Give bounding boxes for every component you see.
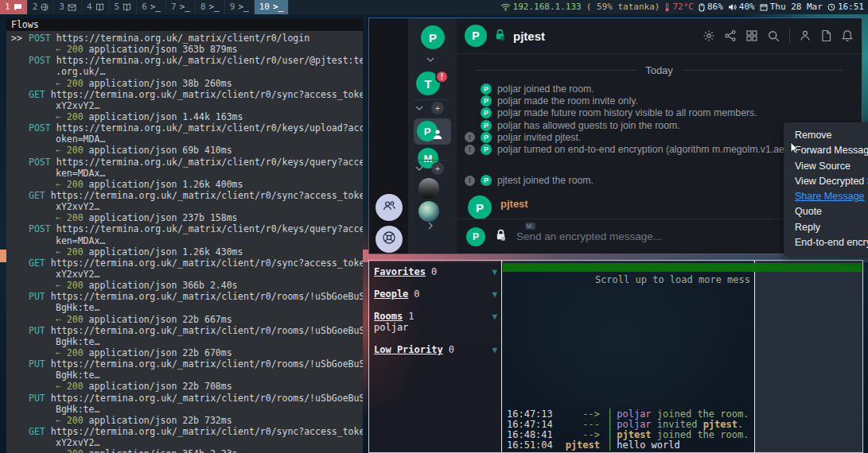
- room-section-header[interactable]: Rooms1▼: [374, 312, 497, 322]
- flow-url-continued: oken=MDA…: [6, 134, 363, 145]
- chat-log: 16:47:13-->│poljar joined the room.16:47…: [503, 409, 753, 451]
- workspace-button-8[interactable]: 8>_: [196, 0, 225, 14]
- chevron-down-icon[interactable]: [426, 56, 435, 63]
- section-collapse-icon[interactable]: ▼: [492, 312, 497, 322]
- flow-row[interactable]: GET https://termina.org.uk/_matrix/clien…: [6, 190, 363, 201]
- room-avatar-globe-image[interactable]: [418, 201, 439, 222]
- files-icon[interactable]: [820, 29, 832, 42]
- timeline-event[interactable]: Ppoljar made future room history visible…: [457, 107, 862, 119]
- flow-row[interactable]: GET https://termina.org.uk/_matrix/clien…: [6, 89, 363, 100]
- status-text: ( 59% tatanka): [586, 0, 660, 14]
- workspace-button-1[interactable]: 1: [0, 0, 28, 14]
- menu-item-quote[interactable]: Quote: [784, 204, 868, 219]
- settings-gear-icon[interactable]: [703, 29, 715, 42]
- response-detail: application/json 237b 158ms: [84, 212, 238, 223]
- flow-method: POST: [29, 55, 51, 66]
- chevron-down-icon[interactable]: [415, 165, 424, 172]
- explore-button[interactable]: [376, 226, 403, 253]
- timeline-event[interactable]: Ppoljar joined the room.: [457, 83, 862, 95]
- flow-row[interactable]: GET https://termina.org.uk/_matrix/clien…: [6, 257, 363, 269]
- section-collapse-icon[interactable]: ▼: [492, 267, 497, 277]
- flow-url: https://termina.org.uk/_matrix/client/r0…: [51, 55, 363, 66]
- book-icon: [123, 3, 131, 11]
- response-status: 200: [67, 179, 84, 190]
- event-avatar: P: [481, 83, 492, 95]
- search-icon[interactable]: [767, 29, 780, 43]
- room-list-item[interactable]: poljar: [374, 323, 497, 333]
- workspace-button-3[interactable]: 3: [54, 0, 82, 14]
- menu-item-view-decrypted-s[interactable]: View Decrypted S: [784, 174, 868, 189]
- section-collapse-icon[interactable]: ▼: [492, 289, 497, 300]
- flow-row[interactable]: >>POST https://termina.org.uk/_matrix/cl…: [6, 33, 363, 44]
- event-avatar: P: [481, 144, 492, 155]
- event-text: poljar invited pjtest.: [497, 132, 581, 143]
- sender-avatar[interactable]: P: [468, 196, 492, 219]
- menu-item-reply[interactable]: Reply: [784, 220, 868, 235]
- flow-row[interactable]: GET https://termina.org.uk/_matrix/clien…: [6, 426, 363, 437]
- response-detail: application/json 363b 879ms: [84, 44, 238, 55]
- workspace-button-5[interactable]: 5: [110, 0, 138, 14]
- workspace-number: 3: [59, 0, 64, 14]
- room-section: People0▼: [374, 289, 497, 300]
- workspace-button-7[interactable]: 7>_: [166, 0, 196, 14]
- notifications-bell-icon[interactable]: [841, 29, 854, 42]
- member-list-icon[interactable]: [799, 29, 812, 42]
- flow-row[interactable]: POST https://termina.org.uk/_matrix/clie…: [6, 223, 363, 234]
- workspace-button-2[interactable]: 2: [28, 0, 55, 14]
- flow-row[interactable]: PUT https://termina.org.uk/_matrix/clien…: [6, 358, 363, 370]
- flow-row[interactable]: PUT https://termina.org.uk/_matrix/clien…: [6, 393, 363, 404]
- room-section-header[interactable]: People0▼: [374, 289, 497, 300]
- members-button[interactable]: [376, 194, 403, 221]
- add-room-button[interactable]: +: [431, 102, 444, 114]
- room-section-header[interactable]: Favorites0▼: [374, 267, 497, 277]
- workspace-button-6[interactable]: 6>_: [137, 0, 166, 14]
- response-detail: application/json 22b 708ms: [84, 381, 232, 392]
- menu-item-view-source[interactable]: View Source: [784, 159, 868, 174]
- workspace-button-9[interactable]: 9>_: [225, 0, 255, 14]
- workspace-button-10[interactable]: 10>_: [255, 0, 290, 14]
- sender-name[interactable]: pjtest: [500, 196, 528, 219]
- flow-list: >>POST https://termina.org.uk/_matrix/cl…: [6, 31, 363, 453]
- apps-grid-icon[interactable]: [745, 29, 758, 42]
- flow-url-continued: BgHk:te…: [6, 302, 363, 313]
- timeline-event[interactable]: Ppoljar made the room invite only.: [457, 95, 862, 106]
- room-header-avatar[interactable]: P: [465, 25, 487, 47]
- flow-row[interactable]: POST https://termina.org.uk/_matrix/clie…: [6, 55, 363, 66]
- chevron-right-icon[interactable]: [427, 221, 434, 230]
- day-separator: Today: [476, 64, 843, 76]
- log-row: 16:51:04pjtest│hello world: [503, 440, 753, 451]
- share-icon[interactable]: [724, 29, 737, 42]
- flow-url: https://termina.org.uk/_matrix/client/r0…: [45, 358, 363, 370]
- flow-url-continued: BgHk:te…: [6, 404, 363, 415]
- flow-url: https://termina.org.uk/_matrix/client/r0…: [51, 157, 363, 168]
- workspace-list: 123456>_7>_8>_9>_10>_: [0, 0, 289, 14]
- room-header: P pjtest: [457, 18, 862, 54]
- flow-row[interactable]: POST https://termina.org.uk/_matrix/clie…: [6, 157, 363, 168]
- flow-response: ← 200 application/json 366b 2.40s: [6, 280, 363, 291]
- section-collapse-icon[interactable]: ▼: [492, 345, 497, 355]
- section-count: 0: [431, 267, 437, 277]
- flow-row[interactable]: POST https://termina.org.uk/_matrix/clie…: [6, 122, 363, 134]
- flow-method: POST: [29, 122, 51, 134]
- status-area: 192.168.1.133( 59% tatanka)72°C86%40%Thu…: [500, 0, 868, 14]
- room-avatar-tower-image[interactable]: [418, 178, 439, 199]
- book-icon: [95, 3, 104, 11]
- flow-row[interactable]: PUT https://termina.org.uk/_matrix/clien…: [6, 325, 363, 336]
- response-detail: application/json 69b 410ms: [84, 145, 232, 156]
- log-prefix: pjtest: [555, 440, 600, 451]
- flow-url-continued: xY2xvY2…: [6, 201, 363, 212]
- user-avatar[interactable]: P: [421, 25, 445, 49]
- menu-item-share-message[interactable]: Share Message: [784, 189, 868, 204]
- message-input[interactable]: Send an encrypted message...: [516, 230, 827, 242]
- room-tile-selected[interactable]: P: [414, 118, 451, 145]
- response-arrow-icon: ←: [56, 381, 67, 392]
- workspace-button-4[interactable]: 4: [82, 0, 110, 14]
- flow-row[interactable]: PUT https://termina.org.uk/_matrix/clien…: [6, 291, 363, 302]
- chevron-down-icon[interactable]: [415, 105, 424, 111]
- add-room-button[interactable]: +: [431, 162, 444, 175]
- response-status: 200: [67, 44, 84, 55]
- globe-icon: [41, 3, 49, 11]
- workspace-number: 9: [230, 0, 235, 14]
- room-section-header[interactable]: Low Priority0▼: [374, 345, 497, 355]
- menu-item-end-to-end-encry[interactable]: End-to-end encry: [784, 235, 868, 250]
